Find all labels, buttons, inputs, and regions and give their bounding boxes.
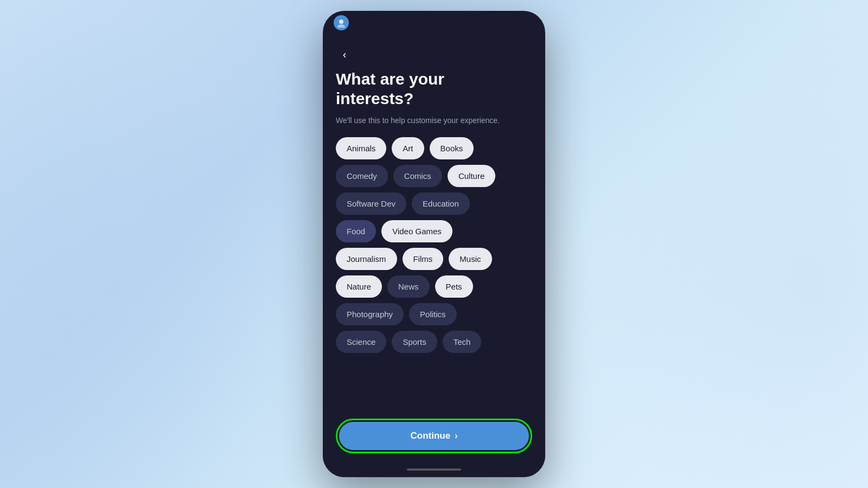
interest-tag-comics[interactable]: Comics [393, 165, 442, 187]
interests-row-7: ScienceSportsTech [336, 331, 532, 353]
interest-tag-nature[interactable]: Nature [336, 275, 382, 298]
interest-tag-sports[interactable]: Sports [392, 331, 437, 353]
interest-tag-pets[interactable]: Pets [435, 275, 473, 298]
interest-tag-journalism[interactable]: Journalism [336, 248, 397, 270]
interests-grid: AnimalsArtBooksComedyComicsCultureSoftwa… [336, 137, 532, 412]
svg-point-0 [339, 20, 343, 24]
interests-row-6: PhotographyPolitics [336, 303, 532, 325]
interest-tag-art[interactable]: Art [392, 137, 424, 159]
home-indicator [323, 462, 545, 477]
continue-wrapper: Continue › [336, 419, 532, 453]
interest-tag-news[interactable]: News [387, 275, 430, 298]
continue-arrow: › [455, 431, 457, 441]
page-title: What are yourinterests? [336, 69, 532, 108]
interest-tag-science[interactable]: Science [336, 331, 386, 353]
interest-tag-software-dev[interactable]: Software Dev [336, 192, 406, 215]
interest-tag-culture[interactable]: Culture [448, 165, 495, 187]
interest-tag-photography[interactable]: Photography [336, 303, 404, 325]
interest-tag-tech[interactable]: Tech [443, 331, 482, 353]
interest-tag-education[interactable]: Education [412, 192, 470, 215]
interest-tag-films[interactable]: Films [403, 248, 444, 270]
phone-content: ‹ What are yourinterests? We'll use this… [323, 35, 545, 412]
interests-row-4: JournalismFilmsMusic [336, 248, 532, 270]
back-button[interactable]: ‹ [336, 46, 353, 63]
profile-avatar [334, 15, 349, 30]
continue-button[interactable]: Continue › [339, 422, 529, 450]
phone-frame: ‹ What are yourinterests? We'll use this… [323, 11, 545, 477]
interests-row-2: Software DevEducation [336, 192, 532, 215]
interest-tag-animals[interactable]: Animals [336, 137, 386, 159]
interest-tag-music[interactable]: Music [449, 248, 492, 270]
page-subtitle: We'll use this to help customise your ex… [336, 115, 532, 126]
interest-tag-video-games[interactable]: Video Games [381, 220, 452, 242]
interests-row-5: NatureNewsPets [336, 275, 532, 298]
continue-area: Continue › [323, 412, 545, 462]
interests-row-1: ComedyComicsCulture [336, 165, 532, 187]
home-bar [407, 468, 461, 471]
interests-row-0: AnimalsArtBooks [336, 137, 532, 159]
continue-label: Continue [411, 431, 451, 441]
interest-tag-food[interactable]: Food [336, 220, 376, 242]
interest-tag-books[interactable]: Books [430, 137, 474, 159]
interest-tag-politics[interactable]: Politics [409, 303, 457, 325]
interest-tag-comedy[interactable]: Comedy [336, 165, 388, 187]
status-bar [323, 11, 545, 35]
interests-row-3: FoodVideo Games [336, 220, 532, 242]
svg-point-1 [337, 24, 345, 28]
